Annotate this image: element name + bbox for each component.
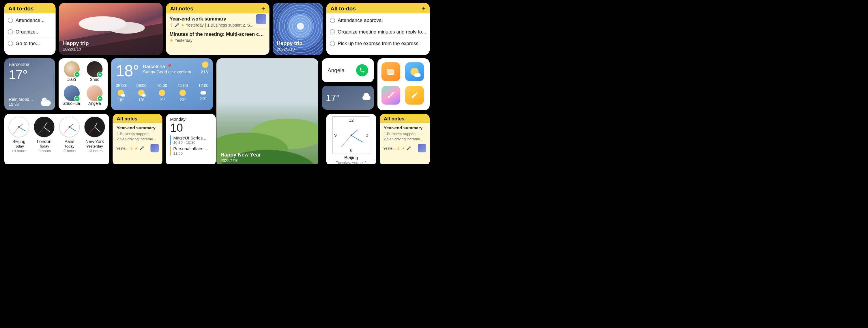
note-preview: 1.Business support 2.Self-driving increm… <box>380 130 430 142</box>
photo-title: Happy New Year <box>220 152 314 158</box>
notes-wide-widget[interactable]: All notes + Year-end work summary ⇪ 🎤 ★ … <box>166 3 270 55</box>
star-icon: ★ <box>181 23 185 28</box>
weather-temp: 17° <box>9 67 51 82</box>
note-thumbnail <box>418 144 426 152</box>
note-date: Yeste... <box>116 146 129 150</box>
clock-offset: -8 hours <box>37 149 51 153</box>
note-item-sub: ⇪ 🎤 ★ Yesterday | 1.Business support 2. … <box>170 23 266 28</box>
todo-label: Pick up the express from the express <box>338 41 418 47</box>
world-clock-item[interactable]: London Today -8 hours <box>34 117 55 163</box>
hour-item[interactable]: 08:00 18° <box>116 84 126 102</box>
todo-item[interactable]: Organize meeting minutes and reply to... <box>327 26 430 38</box>
note-preview: 1.Business support 2.Self-driving increm… <box>113 130 162 142</box>
weather-app-icon[interactable] <box>405 62 424 81</box>
weather-small-widget[interactable]: Barcelona 17° Rain Good... 19°/8° <box>4 58 55 110</box>
call-widget[interactable]: Angela <box>322 58 374 82</box>
clock-offset: -7 hours <box>63 149 76 153</box>
hour-temp: 20° <box>180 98 186 102</box>
hour-temp: 18° <box>118 98 124 102</box>
todo-item[interactable]: Attendance... <box>4 15 55 26</box>
clock-day: Today <box>64 144 74 149</box>
contact-item[interactable]: Angela <box>85 86 104 108</box>
photo-date: 2022/1/10 <box>277 47 319 51</box>
note-item-title: Minutes of the meeting: Multi-screen col… <box>170 31 266 37</box>
todo-item[interactable]: Organize... <box>4 26 55 38</box>
cloud-icon <box>200 91 206 95</box>
note-item-title: Year-end work summary <box>170 16 266 22</box>
world-clock-item[interactable]: Paris Today -7 hours <box>59 117 80 163</box>
world-clock-item[interactable]: New York Yesterday -13 hours <box>85 117 105 163</box>
location-pin-icon: 📍 <box>166 64 173 69</box>
world-clocks-widget[interactable]: Beijing Today +0 hours London Today -8 h… <box>4 114 110 164</box>
hour-item[interactable]: 09:00 18° <box>136 84 147 102</box>
clock-widget[interactable]: 12 3 6 9 Beijing Tuesday, August 2 <box>326 114 376 164</box>
contact-item[interactable]: Shuo <box>85 61 104 84</box>
sun-icon <box>159 90 165 96</box>
note-item[interactable]: Minutes of the meeting: Multi-screen col… <box>166 30 270 45</box>
event-title: MagicUI Series... <box>174 136 212 140</box>
note-footer: Yeste... ⇪ ★ 🎤 <box>380 142 430 155</box>
note-thumbnail <box>256 14 266 24</box>
checkbox-icon[interactable] <box>8 29 13 34</box>
contact-item[interactable]: JiaZi <box>62 61 81 84</box>
calendar-widget[interactable]: Monday 10 MagicUI Series... 10:10 - 10:3… <box>166 114 216 164</box>
plus-icon[interactable]: + <box>422 6 426 11</box>
hour-item[interactable]: 10:00 19° <box>157 84 167 102</box>
photo-widget-swirl[interactable]: Happy trip 2022/1/10 <box>273 3 323 55</box>
mini-weather-widget[interactable]: 17° <box>322 86 374 110</box>
note-preview: | 1.Business support 2. S... <box>205 23 253 27</box>
plus-icon[interactable]: + <box>261 6 265 11</box>
phone-button[interactable] <box>356 64 368 77</box>
contact-name: Angela <box>88 101 101 106</box>
checkbox-icon[interactable] <box>8 18 13 23</box>
hour-time: 11:00 <box>178 84 188 88</box>
checkbox-icon[interactable] <box>330 41 335 46</box>
notes-small-widget[interactable]: All notes Year-end summary 1.Business su… <box>113 114 162 164</box>
notes-small-widget[interactable]: All notes Year-end summary 1.Business su… <box>380 114 430 164</box>
contacts-widget[interactable]: JiaZi Shuo ZhuoHua Angela <box>59 58 107 110</box>
todo-item[interactable]: Go to the... <box>4 38 55 49</box>
sun-icon <box>202 61 208 68</box>
todo-item[interactable]: Attendance approval <box>327 15 430 26</box>
hour-item[interactable]: 12:00 20° <box>198 84 208 102</box>
themes-app-icon[interactable] <box>381 86 400 105</box>
todo-item[interactable]: Pick up the express from the express <box>327 38 430 49</box>
notes-header: All notes <box>380 114 430 123</box>
hour-time: 10:00 <box>157 84 167 88</box>
photo-date: 2022/1/10 <box>63 47 158 51</box>
pin-icon: ⇪ <box>397 146 400 150</box>
contact-item[interactable]: ZhuoHua <box>62 86 81 108</box>
calendar-event[interactable]: MagicUI Series... 10:10 - 10:30 <box>170 136 212 145</box>
hour-temp: 19° <box>159 98 165 102</box>
note-item[interactable]: Year-end work summary ⇪ 🎤 ★ Yesterday | … <box>166 15 270 30</box>
star-icon: ★ <box>402 146 405 150</box>
gallery-app-icon[interactable] <box>381 62 400 81</box>
world-clock-item[interactable]: Beijing Today +0 hours <box>9 117 29 163</box>
notes-app-icon[interactable] <box>405 86 424 105</box>
notes-body: Year-end summary 1.Business support 2.Se… <box>380 123 430 164</box>
partly-cloudy-icon <box>138 90 145 96</box>
clock-city: Beijing <box>12 139 25 144</box>
contact-name: JiaZi <box>67 77 76 82</box>
clock-day: Yesterday <box>86 144 103 149</box>
calendar-event[interactable]: Personal affairs ... 11:50 <box>170 146 212 156</box>
event-title: Personal affairs ... <box>174 146 212 151</box>
weather-wide-widget[interactable]: 18° Barcelona 📍 Sunny Good air excellent… <box>111 58 213 110</box>
checkbox-icon[interactable] <box>8 41 13 46</box>
clock-face-icon <box>34 117 55 137</box>
checkbox-icon[interactable] <box>330 29 335 34</box>
brush-icon <box>387 91 395 99</box>
clock-day: Today <box>14 144 24 149</box>
clock-face-icon <box>9 117 29 137</box>
photo-widget-hills[interactable]: Happy New Year 2022/1/10 <box>216 58 318 164</box>
sun-icon <box>180 90 186 96</box>
checkbox-icon[interactable] <box>330 18 335 23</box>
todo-label: Organize meeting minutes and reply to... <box>338 29 426 35</box>
todo-label: Go to the... <box>16 41 40 47</box>
app-grid-widget[interactable] <box>377 58 430 110</box>
hour-item[interactable]: 11:00 20° <box>178 84 188 102</box>
todos-small-widget[interactable]: All to-dos Attendance... Organize... Go … <box>4 3 55 55</box>
todos-wide-widget[interactable]: All to-dos + Attendance approval Organiz… <box>327 3 430 55</box>
hour-temp: 18° <box>138 98 145 102</box>
photo-widget-mountain[interactable]: Happy trip 2022/1/10 <box>59 3 162 55</box>
